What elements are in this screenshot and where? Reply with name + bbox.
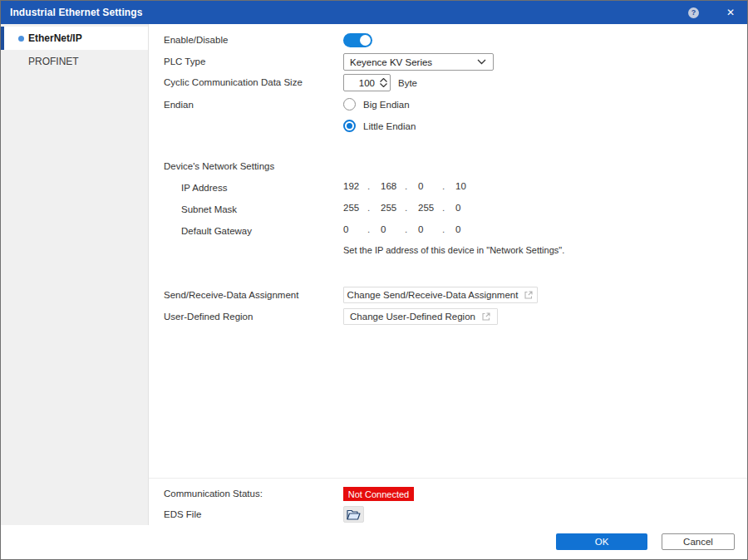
radio-little-endian[interactable]: Little Endian bbox=[343, 120, 416, 132]
octet-separator: . bbox=[367, 203, 381, 213]
plc-type-label: PLC Type bbox=[164, 55, 205, 69]
octet: 0 bbox=[418, 224, 442, 234]
subnet-mask-label: Subnet Mask bbox=[181, 203, 237, 217]
octet-separator: . bbox=[442, 224, 455, 234]
stepper-arrows[interactable] bbox=[377, 75, 390, 91]
octet: 0 bbox=[418, 181, 442, 191]
octet: 0 bbox=[455, 203, 480, 213]
octet: 0 bbox=[381, 224, 405, 234]
chevron-down-icon bbox=[477, 59, 486, 65]
radio-circle-icon[interactable] bbox=[343, 120, 356, 132]
section-divider bbox=[149, 478, 747, 479]
toggle-knob bbox=[360, 35, 371, 46]
octet-separator: . bbox=[367, 181, 381, 191]
eds-file-open-button[interactable] bbox=[343, 506, 364, 523]
plc-type-control: Keyence KV Series bbox=[343, 53, 494, 71]
communication-status-label: Communication Status: bbox=[164, 487, 263, 501]
network-settings-note: Set the IP address of this device in "Ne… bbox=[343, 245, 564, 255]
plc-type-value: Keyence KV Series bbox=[350, 57, 432, 67]
cyclic-size-unit: Byte bbox=[398, 78, 417, 88]
ok-button[interactable]: OK bbox=[556, 533, 647, 550]
eds-file-label: EDS File bbox=[164, 508, 201, 522]
sidebar-item-profinet[interactable]: PROFINET bbox=[1, 50, 148, 73]
cyclic-size-value[interactable]: 100 bbox=[344, 78, 377, 88]
titlebar: Industrial Ethernet Settings ? ✕ bbox=[1, 1, 747, 24]
default-gateway-value: 0 . 0 . 0 . 0 bbox=[343, 224, 480, 234]
octet: 0 bbox=[455, 224, 480, 234]
selected-indicator-bar bbox=[1, 27, 4, 50]
change-assignment-button[interactable]: Change Send/Receive-Data Assignment bbox=[343, 287, 538, 303]
octet: 10 bbox=[455, 181, 480, 191]
external-link-icon bbox=[481, 312, 491, 322]
octet-separator: . bbox=[442, 203, 455, 213]
cyclic-size-control: 100 Byte bbox=[343, 74, 417, 91]
region-label: User-Defined Region bbox=[164, 310, 253, 324]
status-badge: Not Connected bbox=[343, 487, 414, 501]
default-gateway-label: Default Gateway bbox=[181, 224, 252, 238]
radio-label: Little Endian bbox=[363, 121, 416, 131]
folder-open-icon bbox=[347, 509, 361, 520]
cyclic-size-label: Cyclic Communication Data Size bbox=[164, 76, 303, 90]
assignment-label: Send/Receive-Data Assignment bbox=[164, 288, 298, 302]
subnet-mask-value: 255 . 255 . 255 . 0 bbox=[343, 203, 480, 213]
sidebar-item-label: PROFINET bbox=[28, 56, 79, 67]
sidebar: EtherNet/IP PROFINET bbox=[1, 24, 149, 525]
button-label: Change User-Defined Region bbox=[350, 312, 475, 322]
external-link-icon bbox=[524, 290, 534, 300]
cancel-button[interactable]: Cancel bbox=[662, 533, 735, 550]
network-settings-heading: Device's Network Settings bbox=[164, 161, 274, 171]
octet-separator: . bbox=[442, 181, 455, 191]
selected-dot-icon bbox=[18, 36, 24, 42]
industrial-ethernet-settings-dialog: Industrial Ethernet Settings ? ✕ EtherNe… bbox=[0, 0, 748, 560]
radio-label: Big Endian bbox=[363, 100, 410, 110]
enable-disable-label: Enable/Disable bbox=[164, 33, 228, 47]
enable-disable-control bbox=[343, 33, 372, 47]
octet-separator: . bbox=[405, 203, 418, 213]
octet-separator: . bbox=[367, 224, 381, 234]
octet: 255 bbox=[381, 203, 405, 213]
button-label: Change Send/Receive-Data Assignment bbox=[347, 290, 519, 300]
octet: 0 bbox=[343, 224, 367, 234]
sidebar-item-label: EtherNet/IP bbox=[28, 32, 82, 44]
chevron-up-icon[interactable] bbox=[380, 78, 387, 82]
ip-address-value: 192 . 168 . 0 . 10 bbox=[343, 181, 480, 191]
octet: 255 bbox=[343, 203, 367, 213]
window-title: Industrial Ethernet Settings bbox=[1, 7, 143, 18]
settings-panel: Enable/Disable PLC Type Keyence KV Serie… bbox=[149, 24, 747, 525]
sidebar-item-ethernet-ip[interactable]: EtherNet/IP bbox=[1, 27, 148, 50]
octet: 255 bbox=[418, 203, 442, 213]
enable-toggle[interactable] bbox=[343, 33, 372, 47]
region-control: Change User-Defined Region bbox=[343, 308, 498, 325]
octet: 192 bbox=[343, 181, 367, 191]
chevron-down-icon[interactable] bbox=[380, 83, 387, 87]
change-region-button[interactable]: Change User-Defined Region bbox=[343, 308, 498, 325]
octet-separator: . bbox=[405, 224, 418, 234]
eds-file-control bbox=[343, 506, 364, 523]
cyclic-size-stepper[interactable]: 100 bbox=[343, 74, 391, 91]
octet-separator: . bbox=[405, 181, 418, 191]
ip-address-label: IP Address bbox=[181, 181, 227, 195]
radio-circle-icon[interactable] bbox=[343, 98, 356, 111]
communication-status-control: Not Connected bbox=[343, 487, 414, 501]
close-icon[interactable]: ✕ bbox=[722, 6, 739, 19]
assignment-control: Change Send/Receive-Data Assignment bbox=[343, 287, 538, 303]
octet: 168 bbox=[381, 181, 405, 191]
endian-label: Endian bbox=[164, 98, 194, 112]
radio-big-endian[interactable]: Big Endian bbox=[343, 98, 410, 111]
footer-bar: OK Cancel bbox=[1, 525, 747, 559]
plc-type-select[interactable]: Keyence KV Series bbox=[343, 53, 494, 71]
help-icon[interactable]: ? bbox=[688, 7, 699, 18]
